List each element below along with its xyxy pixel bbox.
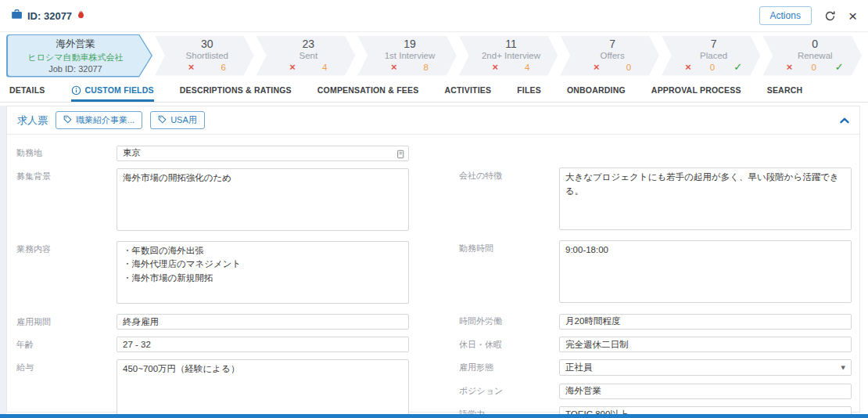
actions-button[interactable]: Actions xyxy=(759,6,812,25)
rejected-x-icon: × xyxy=(391,62,397,73)
tab-bar: DETAILS CUSTOM FIELDS DESCRIPTIONS & RAT… xyxy=(0,79,868,103)
job-duties-textarea[interactable]: ・年数回の海外出張 ・海外代理店のマネジメント ・海外市場の新規開拓 xyxy=(117,241,409,304)
hiring-background-textarea[interactable]: 海外市場の開拓強化のため xyxy=(117,168,409,231)
rejected-count: 6 xyxy=(221,63,225,73)
tab-details[interactable]: DETAILS xyxy=(9,79,45,102)
rejected-count: 4 xyxy=(322,63,327,73)
stage-count: 23 xyxy=(303,38,315,50)
field-label-holidays: 休日・休暇 xyxy=(459,337,559,353)
info-circle-icon xyxy=(71,85,81,95)
job-company: ヒロシマ自動車株式会社 xyxy=(27,52,123,63)
rejected-x-icon: × xyxy=(289,62,296,73)
rejected-x-icon: × xyxy=(188,62,195,73)
hot-flame-icon xyxy=(77,9,85,23)
field-label-position: ポジション xyxy=(459,383,559,399)
stage-label: 1st Interview xyxy=(385,51,436,62)
chevron-down-icon: ▼ xyxy=(841,365,845,371)
stage-count: 7 xyxy=(609,38,615,50)
working-hours-textarea[interactable]: 9:00-18:00 xyxy=(559,240,852,303)
position-input[interactable] xyxy=(559,384,852,399)
job-title: 海外営業 xyxy=(56,38,95,51)
tab-descriptions-ratings[interactable]: DESCRIPTIONS & RATINGS xyxy=(180,79,292,102)
rejected-x-icon: × xyxy=(787,62,793,73)
field-label-company-features: 会社の特徴 xyxy=(459,168,559,233)
rejected-x-icon: × xyxy=(685,62,691,73)
pipeline-stage-shortlisted[interactable]: 30 Shortlisted ×6 xyxy=(155,36,254,76)
stage-count: 7 xyxy=(711,38,717,50)
field-label-employment-type: 雇用形態 xyxy=(459,359,559,376)
pipeline-stage-2nd-interview[interactable]: 11 2nd+ Interview ×4 xyxy=(459,36,558,76)
tag-icon xyxy=(158,115,167,125)
tab-search[interactable]: SEARCH xyxy=(767,79,803,102)
field-label-working-hours: 勤務時間 xyxy=(459,240,559,306)
field-label-work-location: 勤務地 xyxy=(16,145,117,161)
close-icon[interactable]: × xyxy=(848,9,857,23)
check-icon: ✓ xyxy=(835,62,844,73)
pipeline-stage-offers[interactable]: 7 Offers ×0 xyxy=(560,36,659,76)
window-header: ID: 32077 Actions × xyxy=(0,0,868,32)
rejected-count: 4 xyxy=(525,63,529,73)
address-book-icon[interactable] xyxy=(396,148,404,162)
rejected-x-icon: × xyxy=(493,62,499,73)
pipeline-stage-placed[interactable]: 7 Placed ×0✓ xyxy=(662,36,761,76)
rejected-count: 0 xyxy=(811,63,816,73)
tab-files[interactable]: FILES xyxy=(517,79,541,102)
check-icon: ✓ xyxy=(733,62,742,73)
rejected-count: 8 xyxy=(424,63,429,73)
section-header: 求人票 職業紹介事業... USA用 xyxy=(7,106,859,135)
field-label-salary: 給与 xyxy=(16,359,117,418)
tag-shokugyou-shoukai[interactable]: 職業紹介事業... xyxy=(56,111,142,129)
left-gutter xyxy=(0,106,6,417)
record-id: ID: 32077 xyxy=(27,10,72,22)
collapse-section-icon[interactable] xyxy=(840,117,849,124)
field-label-hiring-background: 募集背景 xyxy=(16,168,117,234)
salary-textarea[interactable]: 450~700万円（経験による） xyxy=(117,359,409,418)
job-id: Job ID: 32077 xyxy=(48,64,102,74)
stage-count: 19 xyxy=(404,38,416,50)
rejected-count: 0 xyxy=(626,63,631,73)
overtime-input[interactable] xyxy=(559,314,852,330)
refresh-icon[interactable] xyxy=(824,10,836,22)
company-features-textarea[interactable]: 大きなプロジェクトにも若手の起用が多く、早い段階から活躍できる。 xyxy=(559,168,852,230)
stage-label: Renewal xyxy=(798,51,833,62)
stage-label: Shortlisted xyxy=(186,51,228,62)
stage-count: 0 xyxy=(812,38,818,50)
work-location-input[interactable] xyxy=(117,146,409,161)
bottom-accent-bar xyxy=(0,414,868,418)
tab-activities[interactable]: ACTIVITIES xyxy=(444,79,491,102)
pipeline-stage-sent[interactable]: 23 Sent ×4 xyxy=(256,36,356,76)
holidays-input[interactable] xyxy=(559,337,852,352)
tab-compensation-fees[interactable]: COMPENSATION & FEES xyxy=(317,79,419,102)
stage-label: Offers xyxy=(601,51,625,62)
employment-period-input[interactable] xyxy=(117,314,409,330)
rejected-x-icon: × xyxy=(594,62,600,73)
field-label-employment-period: 雇用期間 xyxy=(16,314,117,330)
tab-approval-process[interactable]: APPROVAL PROCESS xyxy=(651,79,741,102)
rejected-count: 0 xyxy=(710,63,715,73)
stage-label: 2nd+ Interview xyxy=(482,51,540,62)
stage-label: Placed xyxy=(700,51,727,62)
field-label-age: 年齢 xyxy=(16,337,117,352)
pipeline-stage-renewal[interactable]: 0 Renewal ×0✓ xyxy=(762,36,862,76)
stage-label: Sent xyxy=(299,51,318,62)
field-label-overtime: 時間外労働 xyxy=(459,313,559,330)
tag-icon xyxy=(63,115,72,125)
stage-count: 11 xyxy=(505,38,517,50)
stage-count: 30 xyxy=(201,38,213,50)
pipeline-stage-1st-interview[interactable]: 19 1st Interview ×8 xyxy=(357,36,457,76)
tab-custom-fields[interactable]: CUSTOM FIELDS xyxy=(71,79,154,102)
age-input[interactable] xyxy=(117,337,409,352)
employment-type-select[interactable]: 正社員 ▼ xyxy=(559,359,852,376)
custom-fields-panel: 求人票 職業紹介事業... USA用 勤務地 xyxy=(0,106,868,417)
section-title: 求人票 xyxy=(17,114,48,128)
field-label-job-duties: 業務内容 xyxy=(16,241,117,307)
pipeline-bar: 海外営業 ヒロシマ自動車株式会社 Job ID: 32077 30 Shortl… xyxy=(0,32,868,79)
briefcase-icon xyxy=(11,9,23,23)
tag-usa[interactable]: USA用 xyxy=(150,111,205,129)
tab-onboarding[interactable]: ONBOARDING xyxy=(567,79,626,102)
job-card[interactable]: 海外営業 ヒロシマ自動車株式会社 Job ID: 32077 xyxy=(6,34,152,77)
